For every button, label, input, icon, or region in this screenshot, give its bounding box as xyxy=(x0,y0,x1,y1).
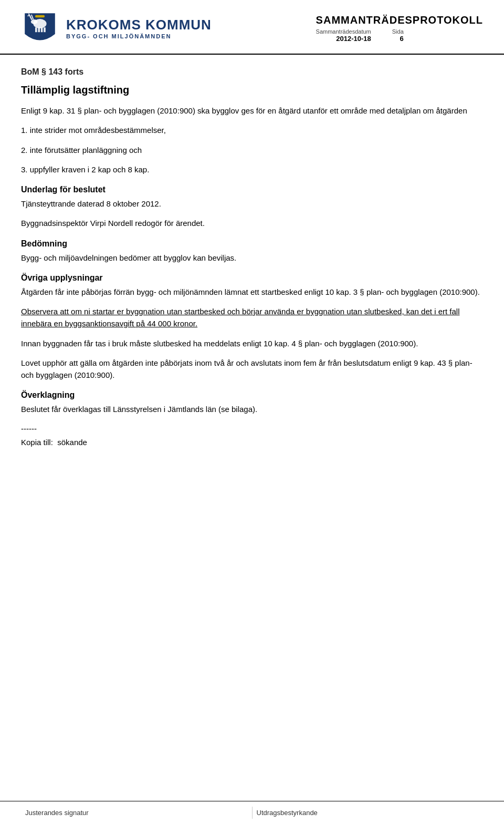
paragraph-underlag: Tjänsteyttrande daterad 8 oktober 2012. xyxy=(21,198,483,210)
page: KROKOMS KOMMUN BYGG- OCH MILJÖNÄMNDEN SA… xyxy=(0,0,504,824)
protocol-page-label: Sida xyxy=(392,28,404,35)
protocol-date-value: 2012-10-18 xyxy=(316,35,371,43)
kopia-label: Kopia till: xyxy=(21,438,53,447)
heading-underlag: Underlag för beslutet xyxy=(21,185,483,194)
section-small-heading: BoM § 143 forts xyxy=(21,67,483,77)
header: KROKOMS KOMMUN BYGG- OCH MILJÖNÄMNDEN SA… xyxy=(0,0,504,55)
svg-rect-5 xyxy=(44,27,46,32)
protocol-title: SAMMANTRÄDESPROTOKOLL xyxy=(316,14,483,26)
svg-rect-1 xyxy=(35,15,45,18)
municipality-name: KROKOMS KOMMUN xyxy=(66,17,212,33)
heading-bedomning: Bedömning xyxy=(21,239,483,249)
protocol-date-item: Sammanträdesdatum 2012-10-18 xyxy=(316,28,371,43)
protocol-date-label: Sammanträdesdatum xyxy=(316,28,371,35)
list-item-1: 1. inte strider mot områdesbestämmelser, xyxy=(21,124,483,136)
department-name: BYGG- OCH MILJÖNÄMNDEN xyxy=(66,33,212,39)
paragraph-ovriga4: Lovet upphör att gälla om åtgärden inte … xyxy=(21,357,483,382)
municipality-coat-of-arms-icon xyxy=(21,9,59,47)
protocol-page-item: Sida 6 xyxy=(392,28,404,43)
svg-rect-2 xyxy=(35,27,37,32)
footer-cell-2: Utdragsbestyrkande xyxy=(253,807,484,819)
paragraph-inspektor: Byggnadsinspektör Virpi Nordell redogör … xyxy=(21,217,483,229)
logo-area: KROKOMS KOMMUN BYGG- OCH MILJÖNÄMNDEN xyxy=(21,9,212,47)
list-item-2: 2. inte förutsätter planläggning och xyxy=(21,144,483,156)
paragraph-ovriga3: Innan byggnaden får tas i bruk måste slu… xyxy=(21,337,483,349)
list-item-3: 3. uppfyller kraven i 2 kap och 8 kap. xyxy=(21,163,483,176)
paragraph-intro: Enligt 9 kap. 31 § plan- och bygglagen (… xyxy=(21,105,483,117)
logo-text: KROKOMS KOMMUN BYGG- OCH MILJÖNÄMNDEN xyxy=(66,17,212,40)
kopia-value: sökande xyxy=(57,438,87,447)
heading-overklagning: Överklagning xyxy=(21,390,483,400)
paragraph-ovriga2: Observera att om ni startar er byggnatio… xyxy=(21,305,483,330)
header-right: SAMMANTRÄDESPROTOKOLL Sammanträdesdatum … xyxy=(316,14,483,43)
divider: ------ xyxy=(21,424,483,433)
paragraph-bedomning: Bygg- och miljöavdelningen bedömer att b… xyxy=(21,252,483,264)
protocol-meta: Sammanträdesdatum 2012-10-18 Sida 6 xyxy=(316,28,483,43)
paragraph-ovriga1: Åtgärden får inte påbörjas förrän bygg- … xyxy=(21,286,483,298)
content-area: BoM § 143 forts Tillämplig lagstiftning … xyxy=(0,55,504,801)
footer-cell-1: Justerandes signatur xyxy=(21,807,253,819)
kopia-till: Kopia till: sökande xyxy=(21,436,483,448)
heading-ovriga: Övriga upplysningar xyxy=(21,273,483,283)
svg-rect-3 xyxy=(38,27,40,32)
svg-rect-4 xyxy=(41,27,43,32)
main-heading: Tillämplig lagstiftning xyxy=(21,84,483,96)
protocol-page-value: 6 xyxy=(392,35,404,43)
svg-point-6 xyxy=(31,19,38,24)
paragraph-overklagning: Beslutet får överklagas till Länsstyrels… xyxy=(21,403,483,415)
paragraph-ovriga2-underlined: Observera att om ni startar er byggnatio… xyxy=(21,307,460,328)
footer: Justerandes signatur Utdragsbestyrkande xyxy=(0,801,504,824)
